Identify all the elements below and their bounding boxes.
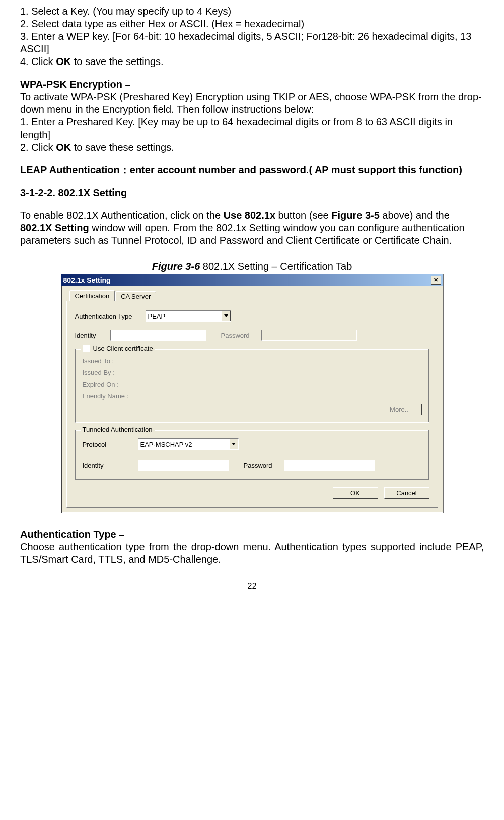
instr-2: 2. Select data type as either Hex or ASC…	[20, 18, 484, 30]
wpa-desc: To activate WPA-PSK (Preshared Key) Encr…	[20, 91, 484, 116]
select-protocol[interactable]: EAP-MSCHAP v2	[138, 438, 239, 450]
wpa-step2a: 2. Click	[20, 142, 56, 153]
label-tunnel-password: Password	[244, 462, 284, 469]
button-ok[interactable]: OK	[333, 487, 378, 499]
wpa-step2: 2. Click OK to save these settings.	[20, 141, 484, 154]
input-tunnel-password[interactable]	[284, 460, 375, 471]
section-body: To enable 802.1X Authentication, click o…	[20, 209, 484, 247]
tab-certification[interactable]: Certification	[69, 290, 115, 301]
label-tunneled-auth: Tunneled Authentication	[83, 426, 153, 433]
close-button[interactable]: ✕	[431, 276, 441, 285]
label-auth-type: Authentication Type	[75, 312, 146, 320]
titlebar: 802.1x Setting ✕	[61, 274, 443, 286]
label-protocol: Protocol	[83, 440, 138, 448]
title-text: 802.1x Setting	[63, 276, 431, 284]
label-tunnel-identity: Identity	[83, 462, 138, 469]
leap-heading: LEAP Authentication：enter account number…	[20, 164, 484, 176]
checkbox-use-client-cert[interactable]	[83, 345, 90, 352]
label-issued-by: Issued By :	[83, 369, 422, 376]
figure-label-bold: Figure 3-6	[152, 261, 200, 272]
figure-caption: Figure 3-6 802.1X Setting – Certificatio…	[20, 260, 484, 273]
page-number: 22	[20, 581, 484, 591]
instr-3: 3. Enter a WEP key. [For 64-bit: 10 hexa…	[20, 30, 484, 55]
sb-c: button (see	[275, 210, 331, 221]
wpa-step2c: to save these settings.	[71, 142, 174, 153]
input-tunnel-identity[interactable]	[138, 460, 229, 471]
wpa-heading: WPA-PSK Encryption –	[20, 78, 484, 91]
section-number: 3-1-2-2. 802.1X Setting	[20, 186, 484, 199]
panel-certification: Authentication Type PEAP Identity Passwo…	[66, 301, 438, 508]
label-use-client-cert: Use Client certificate	[93, 345, 153, 352]
select-auth-type[interactable]: PEAP	[146, 310, 231, 322]
label-expired-on: Expired On :	[83, 381, 422, 388]
select-auth-type-value: PEAP	[148, 312, 166, 320]
wpa-step1: 1. Enter a Preshared Key. [Key may be up…	[20, 116, 484, 141]
auth-type-heading: Authentication Type –	[20, 528, 484, 541]
instr-4-ok: OK	[56, 56, 71, 67]
input-identity[interactable]	[110, 330, 206, 341]
instr-4: 4. Click OK to save the settings.	[20, 55, 484, 68]
label-friendly-name: Friendly Name :	[83, 392, 422, 400]
chevron-down-icon	[222, 311, 231, 321]
button-cancel[interactable]: Cancel	[384, 487, 429, 499]
svg-marker-0	[224, 314, 228, 317]
label-issued-to: Issued To :	[83, 357, 422, 365]
sb-e: above) and the	[380, 210, 450, 221]
wpa-step2-ok: OK	[56, 142, 71, 153]
group-tunneled-auth: Tunneled Authentication Protocol EAP-MSC…	[75, 430, 429, 480]
instr-4a: 4. Click	[20, 56, 56, 67]
chevron-down-icon	[229, 439, 238, 449]
figure-label-rest: 802.1X Setting – Certification Tab	[200, 261, 352, 272]
input-password	[261, 330, 357, 341]
instr-1: 1. Select a Key. (You may specify up to …	[20, 5, 484, 18]
dialog-8021x-setting: 802.1x Setting ✕ Certification CA Server…	[61, 274, 444, 513]
sb-a: To enable 802.1X Authentication, click o…	[20, 210, 224, 221]
tab-strip: Certification CA Server	[66, 290, 438, 301]
instr-4c: to save the settings.	[71, 56, 163, 67]
svg-marker-1	[232, 443, 236, 445]
select-protocol-value: EAP-MSCHAP v2	[140, 440, 192, 448]
sb-b: Use 802.1x	[224, 210, 275, 221]
sb-d: Figure 3-5	[331, 210, 380, 221]
sb-f: 802.1X Setting	[20, 222, 89, 233]
label-password: Password	[221, 332, 261, 339]
auth-type-body: Choose authentication type from the drop…	[20, 541, 484, 566]
group-client-cert: Use Client certificate Issued To : Issue…	[75, 349, 429, 423]
tab-ca-server[interactable]: CA Server	[115, 291, 156, 301]
label-identity: Identity	[75, 332, 110, 339]
close-icon: ✕	[434, 277, 438, 283]
button-more: More..	[377, 404, 422, 415]
